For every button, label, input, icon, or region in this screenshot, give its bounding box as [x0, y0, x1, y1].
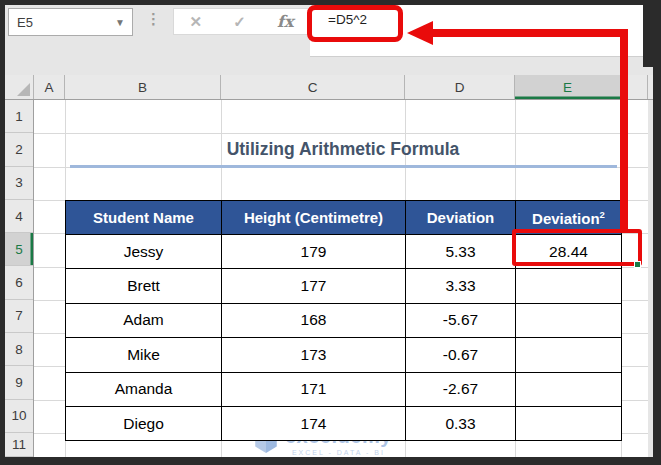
- column-header-E[interactable]: E: [515, 75, 621, 99]
- column-headers: ABCDE: [5, 75, 653, 100]
- table-cell[interactable]: 179: [222, 235, 406, 269]
- table-cell[interactable]: [516, 372, 622, 406]
- table-cell[interactable]: -0.67: [406, 338, 516, 372]
- fill-handle[interactable]: [634, 261, 641, 268]
- column-header-A[interactable]: A: [34, 75, 65, 99]
- table-cell[interactable]: 5.33: [406, 235, 516, 269]
- annotation-arrow-shaft-horizontal: [427, 29, 628, 37]
- column-header-B[interactable]: B: [65, 75, 221, 99]
- table-cell[interactable]: -2.67: [406, 372, 516, 406]
- table-cell[interactable]: Mike: [66, 338, 222, 372]
- row-headers: 1234567891011: [5, 100, 34, 457]
- row-header-9[interactable]: 9: [5, 366, 33, 399]
- row-header-10[interactable]: 10: [5, 400, 33, 433]
- row-header-2[interactable]: 2: [5, 133, 33, 166]
- select-all-corner[interactable]: [5, 75, 34, 99]
- row-header-1[interactable]: 1: [5, 100, 33, 133]
- row-header-6[interactable]: 6: [5, 266, 33, 299]
- table-cell[interactable]: Jessy: [66, 235, 222, 269]
- row-header-11[interactable]: 11: [5, 433, 33, 457]
- toolbar-separator-dots-icon: ⋮: [146, 12, 161, 26]
- screenshot-frame: E5 ▼ ⋮ ✕ ✓ fx =D5^2 exceldemy EXCEL - DA…: [0, 0, 661, 465]
- name-box-value: E5: [9, 15, 115, 30]
- title-underline: [70, 165, 617, 168]
- table-cell[interactable]: Amanda: [66, 372, 222, 406]
- table-cell[interactable]: -5.67: [406, 303, 516, 337]
- formula-highlight-box: [307, 5, 403, 42]
- cell-highlight-box: [512, 229, 642, 266]
- row-header-4[interactable]: 4: [5, 200, 33, 233]
- annotation-arrow-head: [407, 21, 433, 45]
- excel-window: E5 ▼ ⋮ ✕ ✓ fx =D5^2 exceldemy EXCEL - DA…: [5, 5, 653, 457]
- table-row: Adam168-5.67: [66, 303, 622, 337]
- table-cell[interactable]: 168: [222, 303, 406, 337]
- superscript: 2: [600, 209, 605, 220]
- table-cell[interactable]: [516, 303, 622, 337]
- table-cell[interactable]: 177: [222, 269, 406, 303]
- table-row: Mike173-0.67: [66, 338, 622, 372]
- table-cell[interactable]: 173: [222, 338, 406, 372]
- name-box-dropdown-icon[interactable]: ▼: [115, 17, 132, 28]
- table-header-cell[interactable]: Height (Centimetre): [222, 201, 406, 235]
- table-cell[interactable]: [516, 338, 622, 372]
- row-header-3[interactable]: 3: [5, 167, 33, 200]
- table-row: Diego1740.33: [66, 406, 622, 440]
- column-header-C[interactable]: C: [221, 75, 405, 99]
- table-cell[interactable]: [516, 269, 622, 303]
- table-header-cell[interactable]: Student Name: [66, 201, 222, 235]
- table-cell[interactable]: Brett: [66, 269, 222, 303]
- cancel-icon[interactable]: ✕: [190, 13, 203, 31]
- row-header-5[interactable]: 5: [5, 233, 33, 266]
- table-cell[interactable]: 171: [222, 372, 406, 406]
- watermark-tagline: EXCEL - DATA - BI: [292, 449, 385, 456]
- annotation-arrow-shaft-vertical: [620, 29, 628, 229]
- enter-icon[interactable]: ✓: [233, 13, 246, 31]
- table-cell[interactable]: 174: [222, 406, 406, 440]
- table-cell[interactable]: Adam: [66, 303, 222, 337]
- row-header-8[interactable]: 8: [5, 333, 33, 366]
- column-header-D[interactable]: D: [405, 75, 515, 99]
- name-box[interactable]: E5 ▼: [8, 8, 133, 36]
- table-cell[interactable]: 0.33: [406, 406, 516, 440]
- table-cell[interactable]: 3.33: [406, 269, 516, 303]
- formula-toolbar: ✕ ✓ fx: [173, 8, 310, 35]
- table-cell[interactable]: [516, 406, 622, 440]
- insert-function-icon[interactable]: fx: [277, 12, 293, 31]
- table-cell[interactable]: Diego: [66, 406, 222, 440]
- select-all-triangle-icon: [17, 83, 30, 96]
- table-row: Amanda171-2.67: [66, 372, 622, 406]
- frame-edge: [643, 5, 653, 67]
- sheet-title: Utilizing Arithmetic Formula: [65, 134, 621, 164]
- table-row: Brett1773.33: [66, 269, 622, 303]
- row-header-7[interactable]: 7: [5, 300, 33, 333]
- table-header-cell[interactable]: Deviation: [406, 201, 516, 235]
